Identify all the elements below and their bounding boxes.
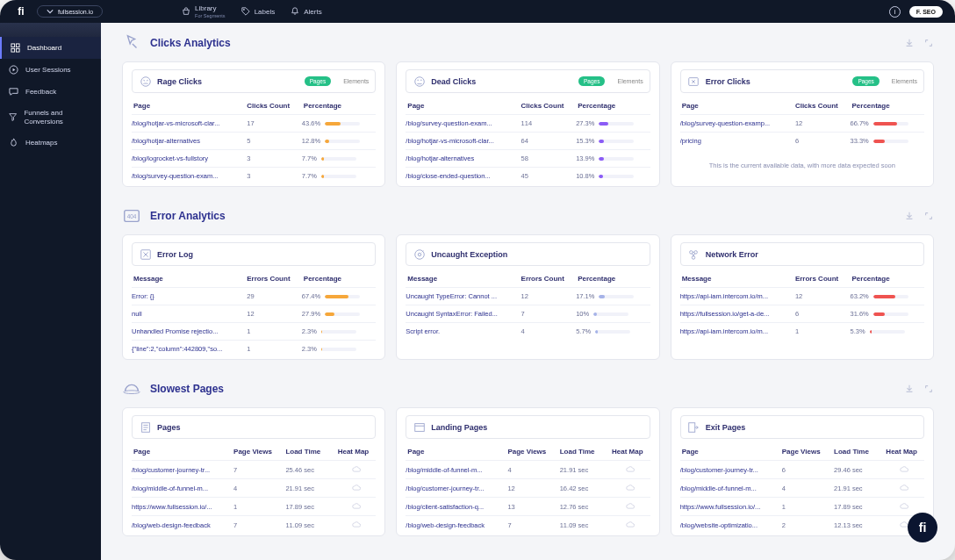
cell-count: 29 [245,292,302,300]
heatmap-icon[interactable] [336,521,377,529]
table-row[interactable]: https://fullsession.io/get-a-de...631.6% [680,305,924,322]
cell-page: /blog/hotjar-alternatives [132,137,245,145]
heatmap-icon[interactable] [884,484,924,492]
tab-pages[interactable]: Pages [578,76,605,86]
brand-logo[interactable]: fi [0,3,30,20]
sidebar-collapse[interactable] [0,23,101,37]
heatmap-icon[interactable] [336,465,377,474]
download-icon[interactable] [904,211,915,221]
tab-pages[interactable]: Pages [852,76,879,86]
table-row[interactable]: /blog/client-satisfaction-q...1312.76 se… [406,497,650,515]
expand-icon[interactable] [923,38,934,48]
table-row[interactable]: /blog/close-ended-question...4510.8% [406,167,650,184]
heatmap-icon[interactable] [610,502,650,511]
tab-elements[interactable]: Elements [892,78,917,84]
table-row[interactable]: /blog/customer-journey-tr...1216.42 sec [406,478,650,497]
table-row[interactable]: /blog/middle-of-funnel-m...421.91 sec [406,460,650,478]
table-row[interactable]: /blog/website-optimizatio...212.13 sec [680,515,924,534]
table-row[interactable]: /blog/survey-question-exam...11427.3% [406,114,650,132]
sidebar-item-heatmaps[interactable]: Heatmaps [0,132,101,154]
slow-icon [122,379,141,398]
table-row[interactable]: Script error.45.7% [406,322,650,340]
main-scroll[interactable]: Clicks AnalyticsRage ClicksPagesElements… [101,23,955,560]
cell-pct: 5.7% [576,327,650,335]
table-row[interactable]: /pricing633.3% [680,132,924,149]
table-row[interactable]: https://api-iam.intercom.io/m...15.3% [680,322,924,340]
sidebar-item-label: Feedback [25,88,56,96]
table-row[interactable]: {"line":2,"column":442809,"so...12.3% [132,340,376,357]
heatmap-icon[interactable] [610,465,650,474]
tab-elements[interactable]: Elements [617,78,643,84]
col-header: Page [132,448,232,456]
heatmap-icon[interactable] [610,484,650,492]
nav-alerts-label: Alerts [304,8,321,16]
cell-count: 1 [245,327,302,335]
tab-pages[interactable]: Pages [305,76,331,86]
user-chip[interactable]: F. SEO [909,6,943,18]
sidebar-item-dashboard[interactable]: Dashboard [0,37,101,59]
cell-views: 7 [232,466,284,474]
cell-views: 1 [780,503,832,511]
site-selector[interactable]: fullsession.io [37,5,103,18]
table-row[interactable]: Uncaught SyntaxError: Failed...710% [406,305,650,322]
table-row[interactable]: https://www.fullsession.io/...117.89 sec [132,497,376,515]
col-header: Message [132,275,245,283]
table-row[interactable]: /blog/hotjar-vs-microsoft-clar...1743.6% [132,114,376,132]
table-row[interactable]: /blog/survey-question-examp...1266.7% [680,114,924,132]
cell-page: /pricing [680,137,793,145]
heatmap-icon[interactable] [884,502,924,511]
svg-rect-1 [11,44,15,47]
table-row[interactable]: /blog/customer-journey-tr...629.46 sec [680,460,924,478]
table-row[interactable]: Error: {}2967.4% [132,287,376,305]
sidebar-item-funnels[interactable]: Funnels and Conversions [0,103,101,132]
expand-icon[interactable] [923,384,934,394]
cell-page: null [132,310,245,318]
info-icon[interactable]: i [889,6,901,18]
section-tools [904,384,934,394]
heatmap-icon[interactable] [610,521,650,529]
table-row[interactable]: /blog/logrocket-vs-fullstory37.7% [132,149,376,167]
cell-page: /blog/middle-of-funnel-m... [680,485,780,492]
download-icon[interactable] [904,38,915,48]
table-row[interactable]: /blog/hotjar-vs-microsoft-clar...6415.3% [406,132,650,149]
cell-count: 4 [520,327,577,335]
heatmap-icon[interactable] [336,502,377,511]
heatmap-icon[interactable] [884,465,924,474]
table-row[interactable]: /blog/survey-question-exam...37.7% [132,167,376,184]
cell-count: 12 [793,292,851,300]
table-row[interactable]: /blog/hotjar-alternatives512.8% [132,132,376,149]
table-row[interactable]: /blog/web-design-feedback711.09 sec [406,515,650,534]
table-row[interactable]: Uncaught TypeError: Cannot ...1217.1% [406,287,650,305]
card-title: Error Clicks [706,77,750,86]
cell-pct: 5.3% [851,327,925,335]
table-row[interactable]: /blog/customer-journey-tr...725.46 sec [132,460,376,478]
heatmap-icon[interactable] [336,484,377,492]
table-row[interactable]: /blog/middle-of-funnel-m...421.91 sec [680,478,924,497]
col-header: Page [406,448,506,456]
sidebar-item-sessions[interactable]: User Sessions [0,59,101,81]
table-row[interactable]: /blog/web-design-feedback711.09 sec [132,515,376,534]
nav-labels[interactable]: Labels [241,7,276,16]
svg-point-16 [692,255,695,259]
nav-alerts[interactable]: Alerts [291,7,321,16]
col-header: Page [406,102,519,110]
sidebar-item-feedback[interactable]: Feedback [0,81,101,103]
tag-icon [241,7,250,16]
table-row[interactable]: /blog/hotjar-alternatives5813.9% [406,149,650,167]
nav-library[interactable]: Library For Segments [182,4,226,18]
nav-library-sub: For Segments [195,13,226,18]
expand-icon[interactable] [923,211,934,221]
cell-count: 1 [245,345,302,353]
table-row[interactable]: https://api-iam.intercom.io/m...1263.2% [680,287,924,305]
cell-pct: 17.1% [576,292,650,300]
download-icon[interactable] [904,384,915,394]
table-row[interactable]: https://www.fullsession.io/...117.89 sec [680,497,924,515]
tab-elements[interactable]: Elements [343,78,369,84]
cell-count: 45 [520,172,577,180]
table-row[interactable]: null1227.9% [132,305,376,322]
chat-launcher[interactable]: fi [908,513,937,542]
col-header: Percentage [302,102,377,110]
svg-rect-3 [11,48,15,52]
table-row[interactable]: Unhandled Promise rejectio...12.3% [132,322,376,340]
table-row[interactable]: /blog/middle-of-funnel-m...421.91 sec [132,478,376,497]
